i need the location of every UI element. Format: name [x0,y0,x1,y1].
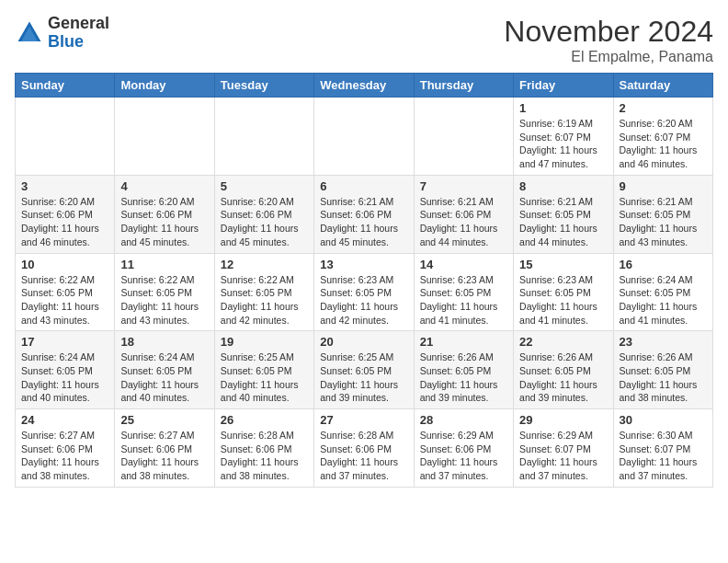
calendar-cell: 18Sunrise: 6:24 AMSunset: 6:05 PMDayligh… [115,331,214,409]
calendar-cell: 5Sunrise: 6:20 AMSunset: 6:06 PMDaylight… [214,175,313,253]
day-number: 18 [120,335,208,349]
day-number: 23 [620,335,707,349]
day-number: 1 [519,101,607,115]
calendar-cell: 20Sunrise: 6:25 AMSunset: 6:05 PMDayligh… [314,331,414,409]
calendar-cell: 2Sunrise: 6:20 AMSunset: 6:07 PMDaylight… [613,98,712,176]
day-header-thursday: Thursday [414,74,513,98]
cell-info: Sunrise: 6:21 AMSunset: 6:06 PMDaylight:… [320,195,407,249]
calendar-cell: 13Sunrise: 6:23 AMSunset: 6:05 PMDayligh… [314,253,414,331]
cell-info: Sunrise: 6:27 AMSunset: 6:06 PMDaylight:… [21,429,108,483]
title-block: November 2024 El Empalme, Panama [504,15,713,65]
day-number: 22 [519,335,607,349]
day-number: 21 [420,335,507,349]
day-number: 12 [221,258,308,271]
calendar-cell: 6Sunrise: 6:21 AMSunset: 6:06 PMDaylight… [314,175,414,253]
logo-general: General [48,15,109,33]
day-number: 25 [120,413,208,427]
day-header-saturday: Saturday [613,74,712,98]
calendar-cell: 22Sunrise: 6:26 AMSunset: 6:05 PMDayligh… [514,331,613,409]
day-number: 30 [620,413,707,427]
calendar-cell [16,98,115,176]
calendar-cell: 10Sunrise: 6:22 AMSunset: 6:05 PMDayligh… [16,253,115,331]
calendar-cell: 27Sunrise: 6:28 AMSunset: 6:06 PMDayligh… [314,409,414,488]
cell-info: Sunrise: 6:28 AMSunset: 6:06 PMDaylight:… [320,429,407,483]
calendar-cell: 15Sunrise: 6:23 AMSunset: 6:05 PMDayligh… [514,253,613,331]
calendar-cell: 12Sunrise: 6:22 AMSunset: 6:05 PMDayligh… [214,253,313,331]
day-number: 29 [519,413,607,427]
calendar-cell: 25Sunrise: 6:27 AMSunset: 6:06 PMDayligh… [115,409,214,488]
day-header-sunday: Sunday [16,74,115,98]
cell-info: Sunrise: 6:20 AMSunset: 6:06 PMDaylight:… [120,195,208,249]
day-number: 15 [519,258,607,271]
calendar-cell: 9Sunrise: 6:21 AMSunset: 6:05 PMDaylight… [613,175,712,253]
cell-info: Sunrise: 6:28 AMSunset: 6:06 PMDaylight:… [221,429,308,483]
calendar-cell: 14Sunrise: 6:23 AMSunset: 6:05 PMDayligh… [414,253,513,331]
cell-info: Sunrise: 6:26 AMSunset: 6:05 PMDaylight:… [620,350,707,405]
cell-info: Sunrise: 6:29 AMSunset: 6:07 PMDaylight:… [519,429,607,483]
month-year: November 2024 [504,15,713,49]
cell-info: Sunrise: 6:22 AMSunset: 6:05 PMDaylight:… [120,273,208,327]
day-number: 14 [420,258,507,271]
calendar-cell: 1Sunrise: 6:19 AMSunset: 6:07 PMDaylight… [514,98,613,176]
calendar-cell: 11Sunrise: 6:22 AMSunset: 6:05 PMDayligh… [115,253,214,331]
logo-text: General Blue [48,15,109,52]
cell-info: Sunrise: 6:24 AMSunset: 6:05 PMDaylight:… [120,350,208,405]
cell-info: Sunrise: 6:20 AMSunset: 6:06 PMDaylight:… [221,195,308,249]
calendar-table: SundayMondayTuesdayWednesdayThursdayFrid… [15,73,713,488]
cell-info: Sunrise: 6:26 AMSunset: 6:05 PMDaylight:… [420,350,507,405]
day-number: 11 [120,258,208,271]
calendar-cell: 17Sunrise: 6:24 AMSunset: 6:05 PMDayligh… [16,331,115,409]
day-number: 16 [620,258,707,271]
cell-info: Sunrise: 6:23 AMSunset: 6:05 PMDaylight:… [320,273,407,327]
week-row-4: 17Sunrise: 6:24 AMSunset: 6:05 PMDayligh… [16,331,713,409]
day-number: 9 [620,179,707,193]
cell-info: Sunrise: 6:26 AMSunset: 6:05 PMDaylight:… [519,350,607,405]
calendar-cell [214,98,313,176]
calendar-header-row: SundayMondayTuesdayWednesdayThursdayFrid… [16,74,713,98]
day-number: 19 [221,335,308,349]
day-number: 3 [21,179,108,193]
calendar-cell: 3Sunrise: 6:20 AMSunset: 6:06 PMDaylight… [16,175,115,253]
page-header: General Blue November 2024 El Empalme, P… [15,15,713,65]
calendar-cell [314,98,414,176]
calendar-cell: 23Sunrise: 6:26 AMSunset: 6:05 PMDayligh… [613,331,712,409]
cell-info: Sunrise: 6:30 AMSunset: 6:07 PMDaylight:… [620,429,707,483]
day-number: 7 [420,179,507,193]
day-header-tuesday: Tuesday [214,74,313,98]
day-number: 5 [221,179,308,193]
week-row-5: 24Sunrise: 6:27 AMSunset: 6:06 PMDayligh… [16,409,713,488]
day-number: 4 [120,179,208,193]
location: El Empalme, Panama [504,49,713,65]
day-number: 17 [21,335,108,349]
calendar-cell: 21Sunrise: 6:26 AMSunset: 6:05 PMDayligh… [414,331,513,409]
calendar-cell: 26Sunrise: 6:28 AMSunset: 6:06 PMDayligh… [214,409,313,488]
day-number: 6 [320,179,407,193]
calendar-cell: 7Sunrise: 6:21 AMSunset: 6:06 PMDaylight… [414,175,513,253]
calendar-cell: 19Sunrise: 6:25 AMSunset: 6:05 PMDayligh… [214,331,313,409]
day-number: 13 [320,258,407,271]
calendar-cell: 16Sunrise: 6:24 AMSunset: 6:05 PMDayligh… [613,253,712,331]
day-number: 24 [21,413,108,427]
calendar-cell [414,98,513,176]
day-number: 28 [420,413,507,427]
calendar-cell: 30Sunrise: 6:30 AMSunset: 6:07 PMDayligh… [613,409,712,488]
logo: General Blue [15,15,109,52]
cell-info: Sunrise: 6:29 AMSunset: 6:06 PMDaylight:… [420,429,507,483]
day-number: 2 [620,101,707,115]
logo-blue: Blue [48,33,109,52]
day-number: 27 [320,413,407,427]
calendar-cell: 28Sunrise: 6:29 AMSunset: 6:06 PMDayligh… [414,409,513,488]
day-header-monday: Monday [115,74,214,98]
day-header-friday: Friday [514,74,613,98]
day-number: 10 [21,258,108,271]
calendar-cell: 29Sunrise: 6:29 AMSunset: 6:07 PMDayligh… [514,409,613,488]
week-row-1: 1Sunrise: 6:19 AMSunset: 6:07 PMDaylight… [16,98,713,176]
day-number: 20 [320,335,407,349]
week-row-3: 10Sunrise: 6:22 AMSunset: 6:05 PMDayligh… [16,253,713,331]
calendar-cell: 24Sunrise: 6:27 AMSunset: 6:06 PMDayligh… [16,409,115,488]
cell-info: Sunrise: 6:24 AMSunset: 6:05 PMDaylight:… [21,350,108,405]
cell-info: Sunrise: 6:22 AMSunset: 6:05 PMDaylight:… [221,273,308,327]
cell-info: Sunrise: 6:20 AMSunset: 6:07 PMDaylight:… [620,117,707,171]
calendar-cell: 4Sunrise: 6:20 AMSunset: 6:06 PMDaylight… [115,175,214,253]
cell-info: Sunrise: 6:25 AMSunset: 6:05 PMDaylight:… [320,350,407,405]
